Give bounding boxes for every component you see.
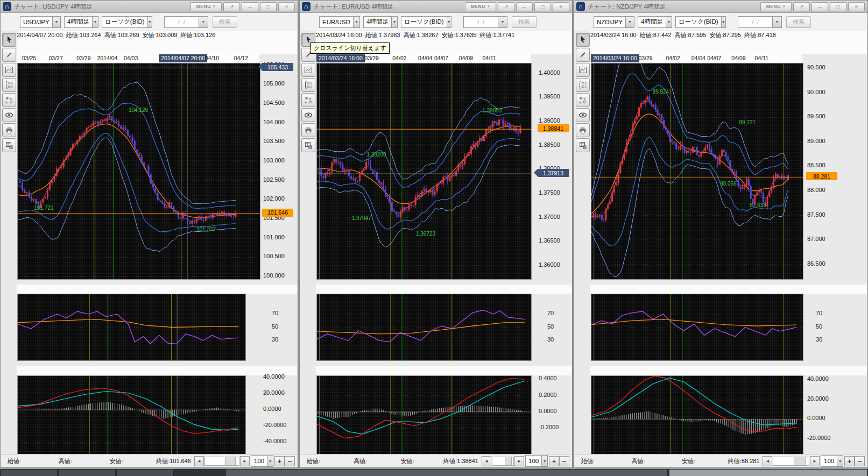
maximize-button[interactable]: □ <box>830 2 846 11</box>
macd-chart[interactable] <box>17 375 246 455</box>
zoom-in-button[interactable]: + <box>274 456 285 466</box>
view-button[interactable] <box>301 108 315 122</box>
popout-button[interactable]: ↗ <box>793 2 810 11</box>
draw-tool-button[interactable] <box>2 48 16 62</box>
menu-button[interactable]: MENU▼ <box>465 2 496 11</box>
maximize-button[interactable]: □ <box>260 2 277 11</box>
zoom-out-button[interactable]: − <box>285 456 295 466</box>
search-button[interactable]: 検索 <box>512 16 537 28</box>
scrollbar-thumb[interactable] <box>225 457 236 465</box>
chart-scrollbar[interactable] <box>492 457 514 466</box>
cursor-tool-button[interactable] <box>2 33 16 47</box>
date-select[interactable]: / / ▼ <box>463 16 507 28</box>
draw-tool-button[interactable] <box>576 48 590 62</box>
main-chart[interactable] <box>591 63 803 280</box>
chevron-down-icon: ▼ <box>498 17 507 27</box>
scrollbar-thumb[interactable] <box>794 457 806 465</box>
zoom-in-button[interactable]: + <box>844 456 855 466</box>
scrollbar-thumb[interactable] <box>505 457 512 465</box>
zoom-select[interactable]: 100 ▼ <box>251 455 273 467</box>
price-axis-label: 101.000 <box>263 234 285 240</box>
chart-style-button[interactable] <box>301 63 315 77</box>
macd-chart[interactable] <box>591 375 803 455</box>
export-button[interactable] <box>301 138 315 152</box>
main-chart[interactable] <box>316 63 532 280</box>
search-button[interactable]: 検索 <box>786 16 811 28</box>
date-axis-label: 04/07 <box>707 55 721 61</box>
price-axis-label: 104.500 <box>263 100 285 106</box>
minimize-button[interactable]: – <box>811 2 828 11</box>
close-button[interactable]: × <box>848 2 865 11</box>
scroll-left-button[interactable]: ◄ <box>763 456 772 466</box>
price-axis-label: 90.500 <box>807 64 825 70</box>
menu-button[interactable]: MENU▼ <box>190 2 222 11</box>
popout-button[interactable]: ↗ <box>223 2 240 11</box>
rsi-chart[interactable] <box>316 294 532 361</box>
axis-scale-icon: 70.060.0 <box>304 81 313 89</box>
chart-style-button[interactable] <box>2 63 16 77</box>
date-select[interactable]: / / ▼ <box>164 16 208 28</box>
zoom-select[interactable]: 100 ▼ <box>525 455 548 467</box>
minimize-button[interactable]: – <box>242 2 258 11</box>
symbols-button[interactable]: ★♥ <box>576 93 590 107</box>
main-chart[interactable] <box>17 63 260 280</box>
print-button[interactable] <box>2 123 16 137</box>
scroll-right-button[interactable]: ► <box>240 456 250 466</box>
chart-type-select[interactable]: ローソク(BID) ▼ <box>102 16 152 28</box>
axis-scale-icon: 70.060.0 <box>5 81 13 89</box>
close-button[interactable]: × <box>278 2 295 11</box>
search-button[interactable]: 検索 <box>213 16 237 28</box>
date-select[interactable]: / / ▼ <box>738 16 782 28</box>
window-titlebar[interactable]: ∩ チャート: NZD/JPY 4時間足 MENU▼ ↗ – □ × <box>574 1 867 13</box>
scale-settings-button[interactable]: 70.060.0 <box>301 78 315 92</box>
scroll-left-button[interactable]: ◄ <box>194 456 204 466</box>
window-titlebar[interactable]: ∩ チャート: USD/JPY 4時間足 MENU▼ ↗ – □ × <box>1 1 298 13</box>
scroll-right-button[interactable]: ► <box>810 456 820 466</box>
cursor-tool-button[interactable] <box>576 33 590 47</box>
export-button[interactable] <box>576 138 590 152</box>
taskbar <box>0 469 868 476</box>
pair-select[interactable]: NZD/JPY ▼ <box>594 16 634 28</box>
popout-button[interactable]: ↗ <box>498 2 514 11</box>
maximize-button[interactable]: □ <box>534 2 551 11</box>
chart-type-select[interactable]: ローソク(BID) ▼ <box>401 16 451 28</box>
rsi-chart[interactable] <box>591 294 803 361</box>
zoom-select[interactable]: 100 ▼ <box>821 455 843 467</box>
pair-select[interactable]: EUR/USD ▼ <box>319 16 360 28</box>
export-button[interactable] <box>2 138 16 152</box>
taskbar-item[interactable] <box>669 470 867 476</box>
timeframe-select[interactable]: 4時間足 ▼ <box>363 16 398 28</box>
timeframe-select[interactable]: 4時間足 ▼ <box>638 16 672 28</box>
scale-settings-button[interactable]: 70.060.0 <box>576 78 590 92</box>
scale-settings-button[interactable]: 70.060.0 <box>2 78 16 92</box>
zoom-in-button[interactable]: + <box>549 456 559 466</box>
price-axis-label: 89.500 <box>807 113 825 119</box>
symbols-button[interactable]: ★♥ <box>301 93 315 107</box>
symbols-button[interactable]: ★♥ <box>2 93 16 107</box>
taskbar-item[interactable] <box>59 470 116 476</box>
rsi-chart[interactable] <box>17 294 246 361</box>
menu-button[interactable]: MENU▼ <box>760 2 792 11</box>
chart-type-select[interactable]: ローソク(BID) ▼ <box>675 16 726 28</box>
print-button[interactable] <box>576 123 590 137</box>
timeframe-select[interactable]: 4時間足 ▼ <box>64 16 98 28</box>
close-button[interactable]: × <box>553 2 569 11</box>
taskbar-item[interactable] <box>226 470 668 476</box>
zoom-out-button[interactable]: − <box>559 456 569 466</box>
scroll-right-button[interactable]: ► <box>514 456 524 466</box>
chart-style-button[interactable] <box>576 63 590 77</box>
taskbar-item[interactable] <box>117 470 174 476</box>
svg-text:60.0: 60.0 <box>8 86 13 88</box>
view-button[interactable] <box>576 108 590 122</box>
view-button[interactable] <box>2 108 16 122</box>
print-button[interactable] <box>301 123 315 137</box>
chart-scrollbar[interactable] <box>204 457 239 466</box>
taskbar-item[interactable] <box>1 470 58 476</box>
pair-select[interactable]: USD/JPY ▼ <box>20 16 61 28</box>
chart-scrollbar[interactable] <box>773 457 809 466</box>
minimize-button[interactable]: – <box>516 2 533 11</box>
macd-chart[interactable] <box>316 375 532 455</box>
scroll-left-button[interactable]: ◄ <box>482 456 491 466</box>
window-titlebar[interactable]: ∩ チャート: EUR/USD 4時間足 MENU▼ ↗ – □ × <box>300 1 572 13</box>
zoom-out-button[interactable]: − <box>855 456 865 466</box>
